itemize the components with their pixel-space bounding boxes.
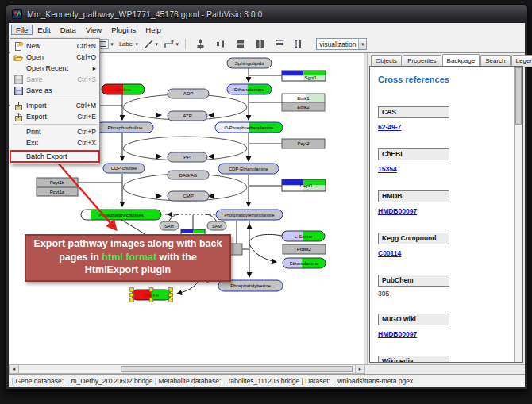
selection-handle[interactable]: [169, 298, 173, 302]
chevron-down-icon[interactable]: ▼: [134, 42, 139, 47]
menu-plugins[interactable]: Plugins: [106, 25, 141, 35]
menu-item-shortcut: Ctrl+S: [77, 75, 96, 83]
node-l-serine[interactable]: L-Serine: [282, 231, 326, 241]
menu-item-label: Import: [24, 102, 76, 110]
selection-handle[interactable]: [149, 288, 153, 292]
file-menu-item-print[interactable]: PrintCtrl+P: [10, 126, 99, 137]
common-width-icon[interactable]: [275, 39, 285, 49]
node-dag-ag[interactable]: DAG/AG: [168, 171, 210, 179]
node-ptdss2[interactable]: Ptdss2: [283, 244, 326, 254]
file-menu-item-new[interactable]: NewCtrl+N: [10, 40, 99, 52]
selection-handle[interactable]: [169, 288, 173, 292]
file-menu-item-import[interactable]: ImportCtrl+M: [10, 100, 99, 111]
backpage-reference-link[interactable]: HMDB00097: [378, 207, 417, 215]
node-phosphatidylcholines[interactable]: Phosphatidylcholines: [81, 210, 162, 220]
common-height-icon[interactable]: [295, 39, 305, 49]
node-ppi[interactable]: PPi: [168, 152, 208, 162]
node-sphingolipids[interactable]: Sphingolipids: [227, 58, 272, 68]
callout-line2: pages in html format with the: [26, 251, 229, 264]
file-menu-item-open[interactable]: OpenCtrl+O: [10, 52, 99, 63]
node-choline[interactable]: Choline: [102, 84, 145, 94]
node-sah[interactable]: SAH: [160, 221, 179, 230]
canvas-h-scrollbar[interactable]: ◄ ►: [9, 364, 365, 374]
menu-view[interactable]: View: [81, 25, 106, 35]
node-gene-box[interactable]: [229, 244, 243, 255]
backpage-reference-link[interactable]: C00114: [378, 249, 401, 257]
chevron-down-icon[interactable]: ▼: [175, 42, 179, 47]
selection-handle[interactable]: [130, 298, 134, 302]
node-pcyt1a[interactable]: Pcyt1a: [37, 187, 79, 196]
stack-vertical-icon[interactable]: [235, 39, 245, 49]
backpage-reference-link[interactable]: 15354: [378, 165, 397, 173]
node-sam[interactable]: SAM: [207, 221, 227, 230]
node-phosphatidylserine[interactable]: Phosphatidylserine: [218, 280, 283, 291]
backpage-section-header: NuGO wiki: [378, 314, 449, 325]
node-label: Phosphatidylethanolamine: [224, 213, 274, 217]
selection-handle[interactable]: [169, 293, 173, 297]
cross-references-heading: Cross references: [378, 75, 522, 84]
title-bar[interactable]: Mm_Kennedy_pathway_WP1771_45176.gpml - P…: [6, 5, 527, 23]
node-cdp-ethanolamine[interactable]: CDP-Ethanolamine: [218, 164, 279, 174]
node-o-phosphoethanolamine[interactable]: O-Phosphoethanolamine: [215, 122, 283, 133]
new-icon: [13, 42, 24, 51]
file-menu-item-batch-export[interactable]: Batch Export: [10, 151, 99, 162]
node-choline[interactable]: Choline: [130, 288, 173, 302]
node-label: Phosphocholine: [107, 125, 143, 130]
visualization-combobox[interactable]: visualization ▼: [316, 38, 367, 50]
chevron-down-icon[interactable]: ▼: [110, 42, 114, 47]
node-sgpl1[interactable]: Sgpl1: [282, 71, 326, 81]
label-tool-button[interactable]: Label ▼: [118, 40, 140, 48]
panel-scrollbar-thumb[interactable]: [515, 67, 522, 125]
node-etnk1[interactable]: Etnk1: [282, 94, 326, 102]
node-pcyt2[interactable]: Pcyt2: [282, 139, 326, 148]
menu-edit[interactable]: Edit: [33, 25, 55, 35]
node-ethanolamine[interactable]: Ethanolamine: [227, 84, 272, 94]
menu-item-label: Exit: [24, 139, 77, 147]
status-text: | Gene database: ...m_Derby_20120602.bri…: [12, 377, 413, 385]
app-icon: [12, 9, 22, 19]
node-label: Choline: [115, 87, 133, 92]
scroll-left-icon[interactable]: ◄: [10, 365, 19, 373]
menu-file[interactable]: File: [11, 25, 33, 35]
backpage-reference-link[interactable]: 62-49-7: [378, 123, 401, 131]
align-center-y-icon[interactable]: [215, 39, 226, 49]
chevron-down-icon[interactable]: ▼: [154, 42, 159, 47]
connector-tool-button[interactable]: ▼: [163, 40, 180, 49]
h-scrollbar-thumb[interactable]: [121, 366, 353, 372]
node-pcyt1b[interactable]: Pcyt1b: [37, 178, 79, 187]
backpage-reference-link[interactable]: HMDB00097: [378, 330, 417, 338]
import-icon: [13, 102, 24, 110]
node-cept1[interactable]: Cept1: [282, 179, 326, 191]
scroll-right-icon[interactable]: ►: [355, 365, 364, 373]
align-center-x-icon[interactable]: [195, 39, 206, 49]
node-etnk2[interactable]: Etnk2: [282, 102, 326, 111]
file-menu-item-open-recent[interactable]: Open Recent▸: [10, 63, 99, 74]
stack-horizontal-icon[interactable]: [255, 39, 265, 49]
selection-handle[interactable]: [130, 293, 134, 297]
menu-help[interactable]: Help: [141, 25, 166, 35]
node-phosphatidylethanolamine[interactable]: Phosphatidylethanolamine: [216, 210, 283, 220]
chevron-down-icon[interactable]: ▼: [358, 39, 366, 49]
menu-item-label: Open Recent: [24, 64, 93, 72]
menu-item-shortcut: Ctrl+X: [77, 139, 96, 147]
node-label: Sphingolipids: [235, 60, 264, 66]
panel-scrollbar[interactable]: [514, 67, 522, 362]
node-cdp-choline[interactable]: CDP-choline: [103, 164, 145, 173]
menu-item-shortcut: Ctrl+O: [76, 53, 96, 61]
file-menu-item-exit[interactable]: ExitCtrl+X: [10, 137, 99, 148]
node-ethanolamine[interactable]: Ethanolamine: [283, 258, 326, 268]
menu-data[interactable]: Data: [56, 25, 81, 35]
node-phosphocholine[interactable]: Phosphocholine: [97, 122, 154, 133]
line-tool-button[interactable]: ▼: [143, 40, 160, 49]
node-adp[interactable]: ADP: [168, 89, 210, 98]
node-atp[interactable]: ATP: [168, 111, 208, 121]
selection-handle[interactable]: [130, 288, 134, 292]
label-tool-text: Label: [119, 40, 133, 48]
selection-handle[interactable]: [149, 298, 153, 302]
callout-line3: HtmlExport plugin: [26, 264, 229, 277]
file-menu-item-export[interactable]: ExportCtrl+E: [10, 111, 99, 122]
line-tool-icon: [144, 40, 153, 49]
file-menu-item-save-as[interactable]: Save as: [10, 85, 99, 96]
node-cmp[interactable]: CMP: [168, 191, 210, 201]
file-menu-item-save[interactable]: SaveCtrl+S: [10, 74, 99, 85]
